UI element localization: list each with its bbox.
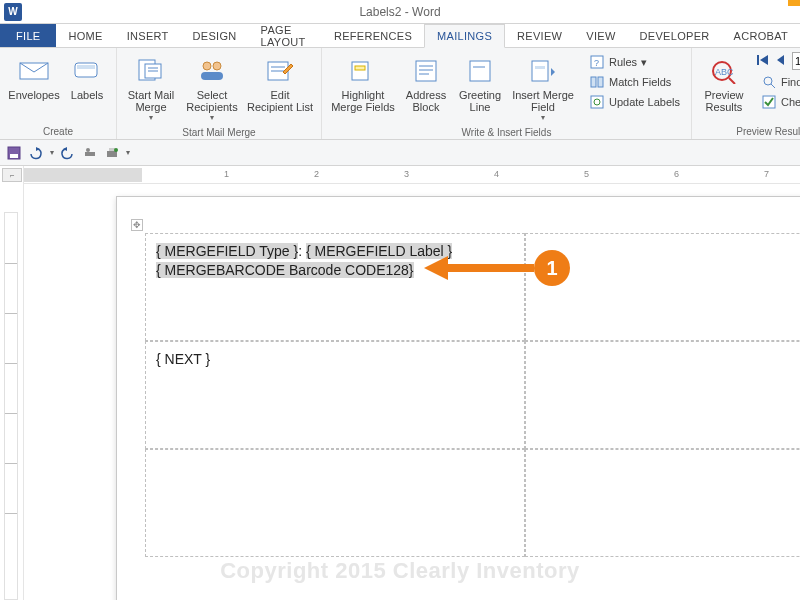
rules-icon: ? <box>589 54 605 70</box>
highlight-icon <box>347 55 379 87</box>
chevron-down-icon: ▾ <box>210 113 214 122</box>
document-area: ⌐ 1 2 3 4 5 6 7 ✥ { MERGEFIELD Type }: {… <box>0 166 800 600</box>
svg-rect-41 <box>10 154 18 158</box>
prev-record-icon[interactable] <box>774 53 790 69</box>
insert-merge-field-button[interactable]: Insert Merge Field ▾ <box>508 52 578 125</box>
window-title: Labels2 - Word <box>359 5 440 19</box>
ribbon: Envelopes Labels Create Start Mail Merge… <box>0 48 800 140</box>
document-scroll[interactable]: 1 2 3 4 5 6 7 ✥ { MERGEFIELD Type }: { M… <box>24 166 800 600</box>
tab-page-layout[interactable]: PAGE LAYOUT <box>249 24 322 47</box>
title-bar: W Labels2 - Word <box>0 0 800 24</box>
mergebarcode-field: { MERGEBARCODE Barcode CODE128} <box>156 262 414 278</box>
ribbon-tabs: FILE HOME INSERT DESIGN PAGE LAYOUT REFE… <box>0 24 800 48</box>
accent-stripe <box>788 0 800 6</box>
check-errors-button[interactable]: Check for <box>756 92 800 112</box>
svg-point-7 <box>203 62 211 70</box>
quick-access-toolbar: ▾ ▾ <box>0 140 800 166</box>
svg-line-33 <box>729 78 735 84</box>
tab-mailings[interactable]: MAILINGS <box>424 24 505 48</box>
save-icon[interactable] <box>6 145 22 161</box>
tab-developer[interactable]: DEVELOPER <box>628 24 722 47</box>
svg-point-48 <box>114 148 118 152</box>
envelope-icon <box>18 55 50 87</box>
label-cell-3[interactable]: { NEXT } <box>145 341 525 449</box>
match-icon <box>589 74 605 90</box>
editlist-icon <box>264 55 296 87</box>
redo-icon[interactable] <box>60 145 76 161</box>
svg-rect-20 <box>470 61 490 81</box>
cell-3-content[interactable]: { NEXT } <box>146 342 524 377</box>
horizontal-ruler: 1 2 3 4 5 6 7 <box>24 166 800 184</box>
label-cell-1[interactable]: { MERGEFIELD Type }: { MERGEFIELD Label … <box>145 233 525 341</box>
select-recipients-button[interactable]: Select Recipients ▾ <box>181 52 243 125</box>
svg-point-45 <box>86 148 90 152</box>
update-labels-button[interactable]: Update Labels <box>584 92 685 112</box>
touch-mode-icon[interactable] <box>82 145 98 161</box>
rules-button[interactable]: ? Rules ▾ <box>584 52 685 72</box>
label-cell-6[interactable] <box>525 449 800 557</box>
group-create-label: Create <box>6 124 110 139</box>
table-move-handle[interactable]: ✥ <box>131 219 143 231</box>
greeting-line-button[interactable]: Greeting Line <box>454 52 506 116</box>
preview-results-button[interactable]: ABC Preview Results <box>698 52 750 116</box>
address-block-button[interactable]: Address Block <box>400 52 452 116</box>
mergefield-label: { MERGEFIELD Label } <box>306 243 452 259</box>
recipients-icon <box>196 55 228 87</box>
find-recipient-button[interactable]: Find Recip <box>756 72 800 92</box>
check-icon <box>761 94 777 110</box>
edit-recipient-list-button[interactable]: Edit Recipient List <box>245 52 315 116</box>
undo-icon[interactable] <box>28 145 44 161</box>
labels-button[interactable]: Labels <box>64 52 110 104</box>
match-fields-button[interactable]: Match Fields <box>584 72 685 92</box>
group-preview-label: Preview Resul <box>698 124 800 139</box>
tab-design[interactable]: DESIGN <box>181 24 249 47</box>
svg-rect-27 <box>591 77 596 87</box>
chevron-down-icon: ▾ <box>541 113 545 122</box>
chevron-down-icon: ▾ <box>641 56 647 69</box>
group-start-mail-merge: Start Mail Merge ▾ Select Recipients ▾ E… <box>117 48 322 139</box>
document-page[interactable]: ✥ { MERGEFIELD Type }: { MERGEFIELD Labe… <box>116 196 800 600</box>
tab-view[interactable]: VIEW <box>574 24 627 47</box>
envelopes-button[interactable]: Envelopes <box>6 52 62 104</box>
qat-caret[interactable]: ▾ <box>126 148 130 157</box>
svg-point-37 <box>764 77 772 85</box>
start-mail-merge-button[interactable]: Start Mail Merge ▾ <box>123 52 179 125</box>
undo-caret[interactable]: ▾ <box>50 148 54 157</box>
mergefield-type: { MERGEFIELD Type } <box>156 243 298 259</box>
svg-rect-23 <box>535 66 545 69</box>
label-cell-5[interactable] <box>145 449 525 557</box>
tab-home[interactable]: HOME <box>56 24 114 47</box>
tab-references[interactable]: REFERENCES <box>322 24 424 47</box>
group-create: Envelopes Labels Create <box>0 48 117 139</box>
cell-1-content[interactable]: { MERGEFIELD Type }: { MERGEFIELD Label … <box>146 234 524 288</box>
svg-text:?: ? <box>594 58 599 68</box>
quick-print-icon[interactable] <box>104 145 120 161</box>
svg-rect-44 <box>85 152 95 156</box>
svg-rect-28 <box>598 77 603 87</box>
record-number-input[interactable] <box>792 52 800 70</box>
ruler-corner: ⌐ <box>2 168 22 182</box>
tab-acrobat[interactable]: ACROBAT <box>722 24 800 47</box>
greeting-icon <box>464 55 496 87</box>
group-preview-results: ABC Preview Results Find Recip Check for <box>692 48 800 139</box>
svg-point-8 <box>213 62 221 70</box>
word-app-icon: W <box>4 3 22 21</box>
update-icon <box>589 94 605 110</box>
tab-review[interactable]: REVIEW <box>505 24 574 47</box>
v-ruler-scale <box>4 212 18 600</box>
first-record-icon[interactable] <box>756 53 772 69</box>
svg-rect-2 <box>77 65 95 69</box>
group-write-label: Write & Insert Fields <box>328 125 685 140</box>
highlight-merge-fields-button[interactable]: Highlight Merge Fields <box>328 52 398 116</box>
svg-rect-16 <box>416 61 436 81</box>
group-write-insert: Highlight Merge Fields Address Block Gre… <box>322 48 692 139</box>
label-icon <box>71 55 103 87</box>
tab-file[interactable]: FILE <box>0 24 56 47</box>
label-cell-2[interactable] <box>525 233 800 341</box>
vertical-ruler: ⌐ <box>0 166 24 600</box>
callout-badge-1: 1 <box>534 250 570 286</box>
tab-insert[interactable]: INSERT <box>115 24 181 47</box>
record-nav <box>756 52 800 70</box>
next-field: { NEXT } <box>156 351 210 367</box>
label-cell-4[interactable] <box>525 341 800 449</box>
